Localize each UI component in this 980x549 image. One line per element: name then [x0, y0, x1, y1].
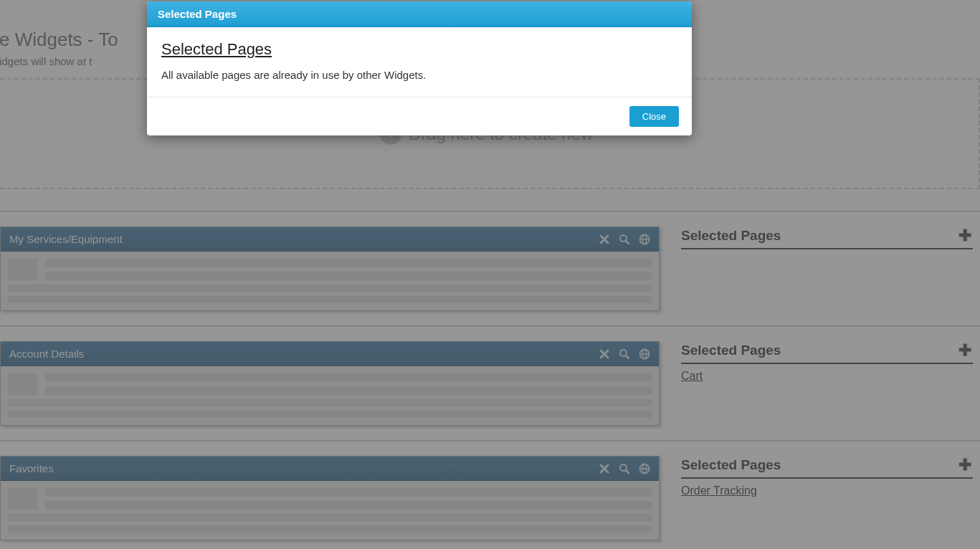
close-button[interactable]: Close: [629, 106, 679, 127]
modal-header: Selected Pages: [147, 1, 692, 27]
selected-pages-modal: Selected Pages Selected Pages All availa…: [147, 1, 692, 135]
modal-footer: Close: [147, 97, 692, 135]
modal-body: Selected Pages All available pages are a…: [147, 27, 692, 97]
modal-body-title: Selected Pages: [161, 40, 677, 59]
modal-body-text: All available pages are already in use b…: [161, 69, 677, 81]
